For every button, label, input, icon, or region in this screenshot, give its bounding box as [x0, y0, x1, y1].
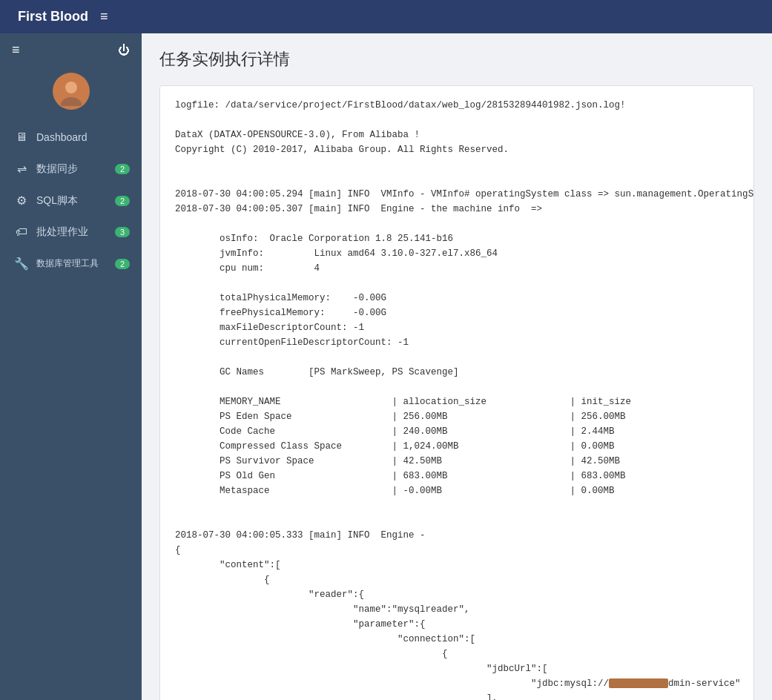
sidebar-item-data-sync[interactable]: ⇌ 数据同步 2 [0, 153, 142, 185]
sidebar-item-label: 数据同步 [36, 162, 78, 176]
sidebar-item-label: SQL脚本 [36, 194, 78, 208]
page-title: 任务实例执行详情 [159, 48, 754, 70]
log-container[interactable]: logfile: /data/service/project/FirstBloo… [159, 85, 754, 700]
gear-icon: ⚙ [14, 194, 29, 208]
tag-icon: 🏷 [14, 225, 29, 239]
wrench-icon: 🔧 [14, 257, 29, 271]
sync-icon: ⇌ [14, 162, 29, 176]
batch-job-badge: 3 [115, 227, 130, 237]
redacted-value [609, 678, 668, 688]
sidebar-item-label: Dashboard [36, 131, 88, 143]
data-sync-badge: 2 [115, 164, 130, 174]
svg-point-1 [65, 82, 77, 93]
sidebar-top-controls: ≡ ⏻ [0, 33, 142, 67]
header-title: First Blood [18, 9, 88, 24]
sidebar-item-label: 批处理作业 [36, 225, 88, 239]
sidebar-item-sql-script[interactable]: ⚙ SQL脚本 2 [0, 185, 142, 217]
header-menu-icon[interactable]: ≡ [100, 9, 108, 24]
monitor-icon: 🖥 [14, 131, 29, 144]
sidebar-item-db-tools[interactable]: 🔧 数据库管理工具 2 [0, 248, 142, 280]
sidebar: ≡ ⏻ 🖥 Dashboard ⇌ 数据同步 2 ⚙ SQL脚本 2 🏷 批处理 [0, 33, 142, 700]
main-layout: ≡ ⏻ 🖥 Dashboard ⇌ 数据同步 2 ⚙ SQL脚本 2 🏷 批处理 [0, 33, 772, 700]
sidebar-power-icon[interactable]: ⏻ [118, 44, 130, 57]
sidebar-item-dashboard[interactable]: 🖥 Dashboard [0, 122, 142, 153]
main-content: 任务实例执行详情 logfile: /data/service/project/… [142, 33, 772, 700]
sql-script-badge: 2 [115, 196, 130, 206]
sidebar-item-label: 数据库管理工具 [36, 257, 99, 270]
header: First Blood ≡ [0, 0, 772, 33]
avatar [53, 73, 90, 110]
sidebar-item-batch-job[interactable]: 🏷 批处理作业 3 [0, 217, 142, 248]
sidebar-hamburger-icon[interactable]: ≡ [12, 42, 20, 58]
db-tools-badge: 2 [115, 259, 130, 269]
